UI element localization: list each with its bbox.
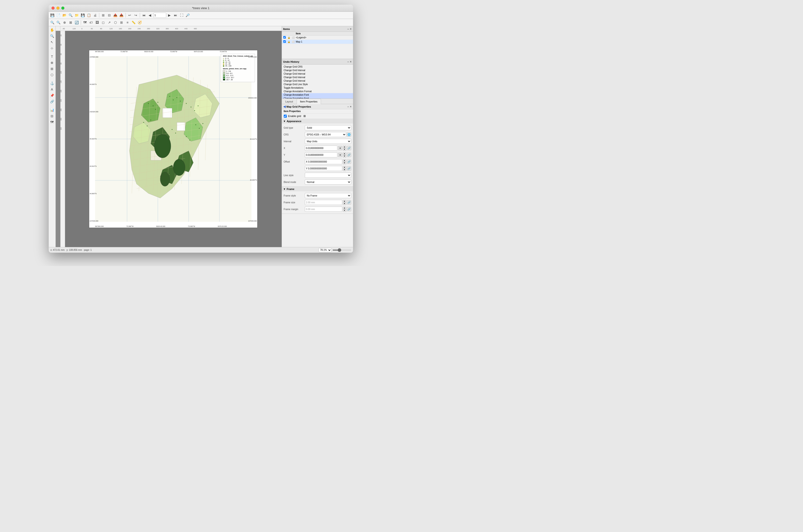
offset-x-spin-up[interactable]: ▲	[343, 159, 346, 162]
node-tool[interactable]: ⬡	[49, 72, 55, 78]
table-tool[interactable]: ⊟	[49, 113, 55, 119]
add-label-button[interactable]: 🏷	[88, 20, 94, 25]
tb-btn4[interactable]: 📥	[119, 13, 124, 18]
item-check[interactable]	[283, 40, 288, 43]
appearance-header[interactable]: ▼ Appearance	[282, 119, 353, 124]
frame-size-input[interactable]	[305, 200, 342, 205]
link-tool[interactable]: 🔗	[49, 99, 55, 104]
undo-close-icon[interactable]: ×	[350, 60, 351, 63]
add-table-button[interactable]: ⊞	[119, 20, 124, 25]
snap-tool[interactable]: ⊞	[49, 66, 55, 72]
fit-button[interactable]: ⛶	[179, 13, 184, 18]
enable-grid-checkbox[interactable]	[284, 115, 287, 118]
data-tool[interactable]: 📊	[49, 107, 55, 113]
close-button[interactable]	[52, 6, 55, 10]
zoom-map-button[interactable]: ⊕	[62, 20, 68, 25]
crs-select-btn[interactable]: 🌐	[347, 132, 351, 137]
frame-size-spin-down[interactable]: ▼	[343, 203, 346, 205]
offset-x-link-btn[interactable]: 🔗	[347, 159, 351, 164]
new-button[interactable]: 📄	[56, 13, 61, 18]
frame-margin-link-btn[interactable]: 🔗	[347, 207, 351, 211]
x-spin-down[interactable]: ▼	[343, 148, 346, 151]
next-page-button[interactable]: ⏭	[173, 13, 178, 18]
item-row-map[interactable]: 🔒 ⬜ Map 1	[282, 40, 353, 44]
offset-y-spin-down[interactable]: ▼	[343, 169, 346, 171]
print-button[interactable]: 🖨	[92, 13, 98, 18]
anchor-tool[interactable]: ⚓	[49, 80, 55, 86]
select-tool[interactable]: ↖	[49, 39, 55, 45]
fullscreen-button[interactable]	[61, 6, 65, 10]
frame-size-link-btn[interactable]: 🔗	[347, 200, 351, 205]
crs-select[interactable]: EPSG:4326 – WGS 84	[305, 132, 346, 137]
add-legend-button[interactable]: ≡	[125, 20, 130, 25]
prop-close-icon[interactable]: ×	[350, 105, 351, 108]
grid-type-select[interactable]: Solid Cross Marker Frame and annotations…	[305, 125, 351, 130]
zoom-tool[interactable]: 🔍	[49, 33, 55, 39]
label-tool[interactable]: A	[49, 87, 55, 92]
y-spin-up[interactable]: ▲	[343, 153, 346, 155]
offset-y-spin-up[interactable]: ▲	[343, 166, 346, 168]
move-tool[interactable]: ⊹	[49, 45, 55, 51]
line-style-select[interactable]	[305, 173, 351, 178]
y-link-btn[interactable]: 🔗	[347, 153, 351, 157]
add-north-button[interactable]: 🧭	[137, 20, 143, 25]
x-link-btn[interactable]: 🔗	[347, 146, 351, 150]
add-img-button[interactable]: 🖼	[94, 20, 100, 25]
folder-button[interactable]: 📁	[74, 13, 79, 18]
undo-item[interactable]: Change Annotation Font	[282, 93, 353, 97]
add-node-button[interactable]: ⬡	[113, 20, 118, 25]
undo-item[interactable]: Toggle Annotations	[282, 86, 353, 90]
frame-margin-spin-up[interactable]: ▲	[343, 207, 346, 209]
item-check[interactable]	[283, 36, 288, 39]
undo-item[interactable]: Change Grid Interval	[282, 79, 353, 82]
canvas-area[interactable]: -40 -120 0 40 80 120 160 200 240 280 320…	[56, 26, 281, 247]
zoom-out-button[interactable]: 🔍	[56, 20, 61, 25]
undo-collapse-icon[interactable]: –	[347, 60, 349, 63]
next-button[interactable]: ▶	[167, 13, 172, 18]
refresh-button[interactable]: 🔄	[74, 20, 79, 25]
undo-item[interactable]: Change Grid Interval	[282, 72, 353, 76]
prev-button[interactable]: ◀	[147, 13, 153, 18]
prop-collapse-icon[interactable]: –	[347, 105, 349, 108]
enable-grid-icon[interactable]: ⊞	[304, 114, 306, 118]
items-close-icon[interactable]: ×	[350, 27, 351, 31]
prev-page-button[interactable]: ⏮	[141, 13, 147, 18]
undo-item[interactable]: Change Grid CRS	[282, 65, 353, 69]
tb-btn2[interactable]: ⊟	[107, 13, 112, 18]
undo-item[interactable]: Change Grid Line Style	[282, 82, 353, 86]
frame-style-select[interactable]: No Frame Zebra Interior ticks Exterior t…	[305, 193, 351, 198]
items-collapse-icon[interactable]: –	[347, 27, 349, 31]
tb-btn3[interactable]: 📤	[113, 13, 118, 18]
undo-item[interactable]: Change Annotation Format	[282, 90, 353, 93]
redo-button[interactable]: ↪	[133, 13, 139, 18]
open-button[interactable]: 📂	[62, 13, 68, 18]
save-button[interactable]: 💾	[50, 13, 55, 18]
tab-item-properties[interactable]: Item Properties	[297, 99, 321, 104]
x-clear-btn[interactable]: ✕	[338, 146, 342, 150]
frame-margin-input[interactable]	[305, 207, 342, 212]
blend-mode-select[interactable]: Normal Multiply Screen Overlay	[305, 179, 351, 185]
undo-item[interactable]: Change Annotation Font	[282, 97, 353, 98]
prop-back-button[interactable]: ◀	[283, 105, 286, 108]
offset-y-link-btn[interactable]: 🔗	[347, 166, 351, 171]
frame-margin-spin-down[interactable]: ▼	[343, 209, 346, 212]
add-scale-button[interactable]: 📏	[131, 20, 136, 25]
frame-size-spin-up[interactable]: ▲	[343, 200, 346, 202]
add-shape-button[interactable]: ◻	[101, 20, 106, 25]
tb-btn1[interactable]: ⊞	[101, 13, 106, 18]
offset-x-spin-down[interactable]: ▼	[343, 162, 346, 164]
undo-item[interactable]: Change Grid Interval	[282, 76, 353, 79]
item-row-legend[interactable]: 🔒 ⬜ <Legend>	[282, 36, 353, 40]
page-input[interactable]: 1	[153, 13, 166, 18]
map-tool[interactable]: 🗺	[49, 119, 55, 125]
zoom-button[interactable]: 🔍	[68, 13, 74, 18]
offset-y-input[interactable]	[305, 166, 342, 171]
zoom-full-button[interactable]: 🔍	[50, 20, 55, 25]
y-input[interactable]	[305, 152, 337, 157]
select-button[interactable]: ⊠	[68, 20, 74, 25]
zoom-in-button[interactable]: 🔎	[185, 13, 190, 18]
frame-header[interactable]: ▼ Frame	[282, 187, 353, 191]
pan-tool[interactable]: ✋	[49, 27, 55, 33]
offset-x-input[interactable]	[305, 159, 342, 164]
zoom-level[interactable]: ⊕	[49, 60, 55, 65]
